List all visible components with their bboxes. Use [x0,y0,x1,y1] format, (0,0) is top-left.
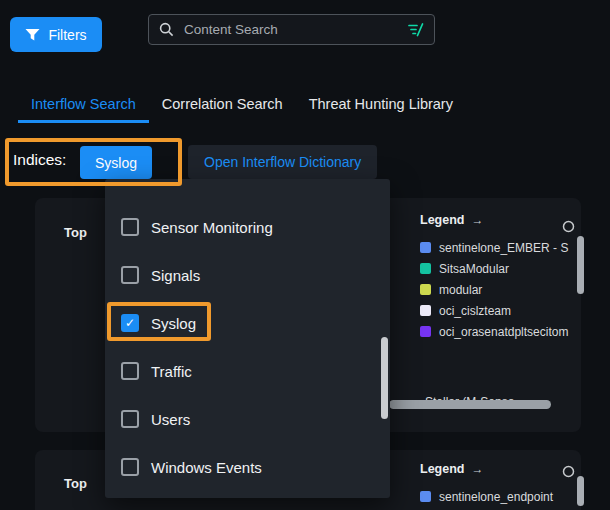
legend-label: modular [439,283,482,297]
checkbox[interactable]: ✓ [121,410,139,428]
legend: Legend → sentinelone_endpoint [420,462,576,507]
app-root: Filters Interflow Search Correlation Sea… [0,0,610,510]
top-label: Top [64,476,87,491]
legend-item[interactable]: sentinelone_EMBER - S [420,237,576,258]
panel-circle-icon[interactable] [562,465,575,478]
dropdown-option-users[interactable]: ✓ Users [105,395,390,443]
legend-items: sentinelone_EMBER - S SitsaModular modul… [420,237,576,342]
checkbox[interactable]: ✓ [121,266,139,284]
check-icon: ✓ [125,317,135,329]
tab-threat-hunting-library[interactable]: Threat Hunting Library [296,90,466,123]
filters-button[interactable]: Filters [10,17,102,52]
legend-swatch [420,305,431,316]
legend-swatch [420,326,431,337]
horizontal-scrollbar[interactable] [389,400,551,409]
legend-vertical-scrollbar[interactable] [577,476,584,506]
filter-funnel-icon [25,28,40,42]
dropdown-option-label: Signals [151,267,200,284]
legend-item[interactable]: sentinelone_endpoint [420,486,576,507]
legend-label: SitsaModular [439,262,509,276]
legend-header: Legend → [420,462,576,476]
filters-label: Filters [48,27,86,43]
legend-label: sentinelone_EMBER - S [439,241,568,255]
checkbox[interactable]: ✓ [121,458,139,476]
legend-label: oci_cislzteam [439,304,511,318]
content-search-box [148,14,435,45]
dropdown-option-label: Users [151,411,190,428]
legend-swatch [420,263,431,274]
dropdown-option-traffic[interactable]: ✓ Traffic [105,347,390,395]
dropdown-option-label: Syslog [151,315,196,332]
dropdown-option-signals[interactable]: ✓ Signals [105,251,390,299]
checkbox[interactable]: ✓ [121,362,139,380]
legend-swatch [420,242,431,253]
dropdown-option-label: Traffic [151,363,192,380]
legend-header: Legend → [420,213,576,227]
indices-selected-button[interactable]: Syslog [80,146,152,179]
open-interflow-dictionary-button[interactable]: Open Interflow Dictionary [188,145,377,179]
legend-item[interactable]: modular [420,279,576,300]
legend-label: sentinelone_endpoint [439,490,553,504]
legend: Legend → sentinelone_EMBER - S SitsaModu… [420,213,576,342]
dropdown-option-windows-events[interactable]: ✓ Windows Events [105,443,390,491]
tab-interflow-search[interactable]: Interflow Search [18,90,149,123]
tab-correlation-search[interactable]: Correlation Search [149,90,296,123]
legend-item[interactable]: SitsaModular [420,258,576,279]
dropdown-option-label: Sensor Monitoring [151,219,273,236]
search-input[interactable] [182,21,400,38]
search-icon [159,22,174,37]
legend-vertical-scrollbar[interactable] [577,236,584,294]
panel-circle-icon[interactable] [562,220,575,233]
legend-swatch [420,284,431,295]
top-label: Top [64,225,87,240]
legend-item[interactable]: oci_cislzteam [420,300,576,321]
legend-label: oci_orasenatdpltsecitom [439,325,568,339]
checkbox[interactable]: ✓ [121,314,139,332]
legend-items: sentinelone_endpoint [420,486,576,507]
dropdown-option-syslog[interactable]: ✓ Syslog [105,299,390,347]
dropdown-option-sensor-monitoring[interactable]: ✓ Sensor Monitoring [105,203,390,251]
legend-swatch [420,491,431,502]
legend-title: Legend [420,462,464,476]
dropdown-option-label: Windows Events [151,459,262,476]
query-builder-icon[interactable] [408,23,424,37]
indices-dropdown: ✓ Sensor Monitoring ✓ Signals ✓ Syslog ✓… [105,179,390,498]
indices-label: Indices: [13,151,66,169]
legend-expand-icon[interactable]: → [471,213,483,227]
checkbox[interactable]: ✓ [121,218,139,236]
legend-expand-icon[interactable]: → [471,462,483,476]
legend-title: Legend [420,213,464,227]
tab-bar: Interflow Search Correlation Search Thre… [18,90,466,123]
dropdown-scrollbar[interactable] [381,337,388,419]
legend-item[interactable]: oci_orasenatdpltsecitom [420,321,576,342]
